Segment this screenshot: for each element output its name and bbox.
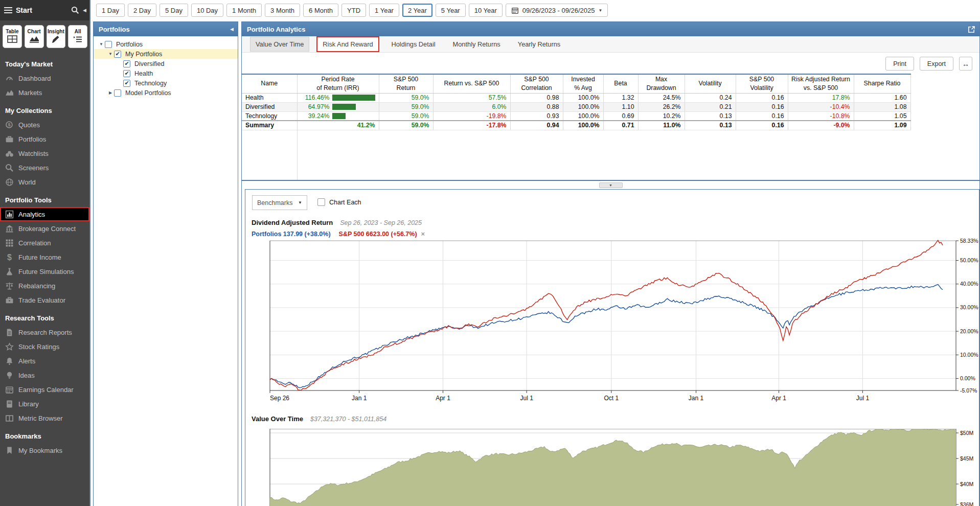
range-button-5-year[interactable]: 5 Year	[436, 4, 466, 17]
sidebar-item-portfolios[interactable]: Portfolios	[0, 132, 89, 146]
tree-item-technology[interactable]: ✔Technology	[94, 78, 238, 88]
tab-value-over-time[interactable]: Value Over Time	[250, 37, 309, 52]
checkbox-box[interactable]	[317, 198, 325, 206]
sidebar-item-dashboard[interactable]: Dashboard	[0, 71, 89, 85]
col-header[interactable]: Risk Adjusted Return vs. S&P 500	[788, 74, 854, 93]
sidebar-item-earnings-calendar[interactable]: Earnings Calendar	[0, 382, 89, 397]
analytics-titlebar: Portfolio Analytics	[242, 22, 979, 36]
col-header[interactable]: S&P 500 Correlation	[510, 74, 563, 93]
sidebar-item-library[interactable]: Library	[0, 397, 89, 411]
range-button-10-year[interactable]: 10 Year	[469, 4, 503, 17]
remove-benchmark-icon[interactable]: ×	[421, 230, 425, 238]
sidebar-item-future-simulations[interactable]: Future Simulations	[0, 264, 89, 279]
tree-item-my-portfolios[interactable]: ▼✔My Portfolios	[94, 49, 238, 59]
legend-portfolios[interactable]: Portfolios 137.99 (+38.0%)	[252, 231, 331, 238]
dividend-adjusted-return-chart[interactable]: 58.33%50.00%40.00%30.00%20.00%10.00%0.00…	[245, 239, 980, 407]
tab-yearly-returns[interactable]: Yearly Returns	[513, 37, 565, 51]
export-button[interactable]: Export	[920, 57, 953, 71]
sidebar-item-my-bookmarks[interactable]: My Bookmarks	[0, 443, 89, 457]
panel-collapse-icon[interactable]: ◀	[230, 27, 234, 32]
tab-risk-and-reward[interactable]: Risk And Reward	[316, 36, 379, 52]
view-button-all[interactable]: All	[68, 25, 87, 48]
splitter-collapse-button[interactable]: ▼	[599, 182, 623, 188]
date-range-picker[interactable]: 09/26/2023 - 09/26/2025▼	[506, 4, 608, 17]
sidebar-item-rebalancing[interactable]: Rebalancing	[0, 279, 89, 293]
tree-item-model-portfolios[interactable]: ▶Model Portfolios	[94, 88, 238, 98]
tree-checkbox[interactable]	[105, 41, 112, 48]
table-row-diversified[interactable]: Diversified64.97%59.0%6.0%0.88100.0%1.10…	[242, 102, 910, 111]
range-button-1-day[interactable]: 1 Day	[96, 4, 125, 17]
value-cell: 26.2%	[638, 102, 685, 111]
tree-checkbox[interactable]: ✔	[123, 60, 130, 67]
sidebar-item-alerts[interactable]: Alerts	[0, 354, 89, 368]
tree-item-health[interactable]: ✔Health	[94, 68, 238, 78]
hamburger-menu-icon[interactable]	[4, 7, 12, 13]
sidebar-item-markets[interactable]: Markets	[0, 85, 89, 100]
sidebar-item-future-income[interactable]: $Future Income	[0, 250, 89, 264]
range-button-3-month[interactable]: 3 Month	[265, 4, 300, 17]
legend-sp500[interactable]: S&P 500 6623.00 (+56.7%)	[339, 231, 417, 238]
range-button-10-day[interactable]: 10 Day	[191, 4, 223, 17]
start-menu[interactable]: Start	[16, 6, 67, 14]
value-cell: -17.8%	[433, 121, 510, 130]
sidebar-item-analytics[interactable]: Analytics	[0, 207, 89, 221]
sidebar-item-watchlists[interactable]: Watchlists	[0, 146, 89, 160]
table-row-technology[interactable]: Technology39.24%59.0%-19.8%0.93100.0%0.6…	[242, 111, 910, 121]
tree-checkbox[interactable]: ✔	[123, 70, 130, 77]
sidebar-item-quotes[interactable]: $Quotes	[0, 118, 89, 132]
sidebar-collapse-icon[interactable]: ◀	[83, 8, 86, 13]
sidebar-item-correlation[interactable]: Correlation	[0, 236, 89, 250]
range-button-2-day[interactable]: 2 Day	[128, 4, 156, 17]
sidebar-item-trade-evaluator[interactable]: Trade Evaluator	[0, 293, 89, 307]
range-button-1-year[interactable]: 1 Year	[369, 4, 399, 17]
sidebar-item-stock-ratings[interactable]: Stock Ratings	[0, 339, 89, 354]
expand-window-icon[interactable]	[968, 26, 975, 33]
table-row-summary[interactable]: Summary41.2%59.0%-17.8%0.94100.0%0.7111.…	[242, 121, 910, 130]
range-button-1-month[interactable]: 1 Month	[226, 4, 262, 17]
tree-item-portfolios[interactable]: ▼Portfolios	[94, 39, 238, 49]
view-button-chart[interactable]: Chart	[25, 25, 44, 48]
sidebar-item-ideas[interactable]: Ideas	[0, 368, 89, 382]
col-header[interactable]: Return vs. S&P 500	[433, 74, 510, 93]
col-header[interactable]: Invested % Avg	[563, 74, 603, 93]
range-button-2-year[interactable]: 2 Year	[402, 4, 432, 17]
chart-each-checkbox[interactable]: Chart Each	[317, 198, 361, 206]
range-button-6-month[interactable]: 6 Month	[303, 4, 338, 17]
line-chart-title: Dividend Adjusted Return	[252, 219, 333, 226]
print-button[interactable]: Print	[885, 57, 914, 71]
benchmarks-dropdown[interactable]: Benchmarks ▼	[252, 195, 307, 210]
sidebar-item-metric-browser[interactable]: Metric Browser	[0, 411, 89, 425]
tab-monthly-returns[interactable]: Monthly Returns	[448, 37, 506, 51]
col-header[interactable]: S&P 500 Volatility	[736, 74, 788, 93]
sidebar-item-screeners[interactable]: Screeners	[0, 160, 89, 175]
tree-collapseed-caret[interactable]: ▶	[107, 90, 114, 95]
search-icon[interactable]	[71, 6, 79, 14]
tree-checkbox[interactable]: ✔	[114, 51, 121, 58]
table-row-health[interactable]: Health116.46%59.0%57.5%0.98100.0%1.3224.…	[242, 93, 910, 102]
sidebar-item-brokerage-connect[interactable]: Brokerage Connect	[0, 221, 89, 236]
sidebar-item-research-reports[interactable]: Research Reports	[0, 325, 89, 339]
tab-holdings-detail[interactable]: Holdings Detail	[386, 37, 441, 51]
sidebar-item-world[interactable]: World	[0, 175, 89, 189]
tree-expanded-caret[interactable]: ▼	[98, 42, 105, 47]
value-cell: 6.0%	[433, 102, 510, 111]
col-header[interactable]: Sharpe Ratio	[854, 74, 910, 93]
col-header[interactable]: Period Rate of Return (IRR)	[297, 74, 379, 93]
range-button-5-day[interactable]: 5 Day	[159, 4, 188, 17]
col-header[interactable]: Max Drawdown	[638, 74, 685, 93]
tree-item-diversified[interactable]: ✔Diversified	[94, 59, 238, 68]
resize-columns-button[interactable]: ↔	[959, 57, 972, 71]
col-header[interactable]: S&P 500 Return	[379, 74, 433, 93]
tree-checkbox[interactable]: ✔	[123, 80, 130, 87]
tree-expanded-caret[interactable]: ▼	[107, 52, 114, 56]
portfolios-icon	[5, 135, 14, 144]
tree-checkbox[interactable]	[114, 89, 121, 97]
col-header[interactable]: Beta	[603, 74, 638, 93]
range-button-ytd[interactable]: YTD	[341, 4, 366, 17]
col-header[interactable]: Volatility	[685, 74, 736, 93]
col-header[interactable]: Name	[242, 74, 297, 93]
value-over-time-chart[interactable]: $50M$45M$40M$36M	[245, 429, 980, 506]
value-cell: 1.32	[603, 93, 638, 102]
view-button-table[interactable]: Table	[3, 25, 22, 48]
view-button-insight[interactable]: Insight	[47, 25, 66, 48]
